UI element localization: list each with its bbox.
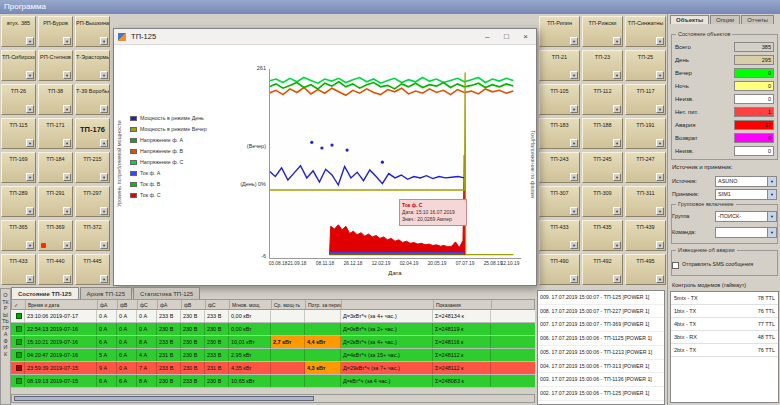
table-row[interactable]: 23:59:39 2019-07-159 А0 А7 А233 В230 В23… bbox=[11, 362, 535, 375]
grid-cell-ТП-492[interactable]: ТП-492▼ bbox=[582, 254, 623, 285]
chevron-down-icon[interactable]: ▼ bbox=[656, 207, 664, 215]
grid-cell-ТП-435[interactable]: ТП-435▼ bbox=[582, 220, 623, 251]
grid-cell-ТП-Рижски[interactable]: ТП-Рижски▼ bbox=[582, 16, 623, 47]
command-dropdown[interactable]: ▼ bbox=[715, 227, 777, 238]
chevron-down-icon[interactable]: ▼ bbox=[26, 275, 34, 283]
grid-cell-ТП-21[interactable]: ТП-21▼ bbox=[539, 50, 580, 81]
column-header-period[interactable] bbox=[342, 300, 434, 309]
table-row[interactable]: 23:10:06 2019-07-170 А0 А0 А233 В230 В23… bbox=[11, 310, 535, 323]
table-row[interactable]: 04:20:47 2019-07-165 А0 А4 А231 В230 В23… bbox=[11, 349, 535, 362]
sms-checkbox[interactable] bbox=[672, 262, 679, 269]
log-entry[interactable]: 004. 17.07.2019 15:00:06 - ТП-313 [POWER… bbox=[538, 360, 664, 374]
log-entry[interactable]: 007. 17.07.2019 15:00:07 - ТП-369 [POWER… bbox=[538, 318, 664, 332]
chevron-down-icon[interactable]: ▼ bbox=[26, 241, 34, 249]
group-dropdown[interactable]: -ПОИСК- ▼ bbox=[715, 211, 777, 222]
column-header-time[interactable]: Время и дата bbox=[26, 300, 98, 309]
grid-cell-ТП-171[interactable]: ТП-171▼ bbox=[38, 118, 73, 149]
chevron-down-icon[interactable]: ▼ bbox=[26, 207, 34, 215]
column-header-uB[interactable]: фВ bbox=[182, 300, 206, 309]
chart-window-titlebar[interactable]: ТП-125 – □ × bbox=[114, 29, 536, 45]
chevron-down-icon[interactable]: ▼ bbox=[100, 105, 108, 113]
tab-Архив ТП-125[interactable]: Архив ТП-125 bbox=[80, 287, 132, 299]
chevron-down-icon[interactable]: ▼ bbox=[656, 37, 664, 45]
grid-cell-ТП-495[interactable]: ТП-495▼ bbox=[625, 254, 666, 285]
grid-cell-ТП-215[interactable]: ТП-215▼ bbox=[75, 152, 110, 183]
tab-Состояние ТП-125[interactable]: Состояние ТП-125 bbox=[11, 287, 79, 299]
table-row[interactable]: 15:10:21 2019-07-166 А0 А8 А233 В230 В23… bbox=[11, 336, 535, 349]
grid-cell-ТП-169[interactable]: ТП-169▼ bbox=[1, 152, 36, 183]
chevron-down-icon[interactable]: ▼ bbox=[767, 177, 776, 186]
open-graph-vertical-button[interactable]: ОТКРЫТЬ ГРАФИК bbox=[0, 288, 11, 405]
grid-cell-ТП-183[interactable]: ТП-183▼ bbox=[539, 118, 580, 149]
chevron-down-icon[interactable]: ▼ bbox=[100, 275, 108, 283]
chevron-down-icon[interactable]: ▼ bbox=[656, 139, 664, 147]
table-row[interactable]: 22:54:13 2019-07-160 А0 А0 А230 В230 В23… bbox=[11, 323, 535, 336]
column-header-uC[interactable]: фС bbox=[206, 300, 230, 309]
chevron-down-icon[interactable]: ▼ bbox=[100, 139, 108, 147]
chevron-down-icon[interactable]: ▼ bbox=[26, 139, 34, 147]
grid-cell-ТП-Рипин[interactable]: ТП-Рипин▼ bbox=[539, 16, 580, 47]
chevron-down-icon[interactable]: ▼ bbox=[63, 275, 71, 283]
grid-cell-РП-Буров[interactable]: РП-Буров▼ bbox=[38, 16, 73, 47]
chevron-down-icon[interactable]: ▼ bbox=[570, 71, 578, 79]
grid-cell-ТП-243[interactable]: ТП-243▼ bbox=[539, 152, 580, 183]
sidebar-tab-Опции[interactable]: Опции bbox=[710, 15, 740, 24]
chevron-down-icon[interactable]: ▼ bbox=[570, 173, 578, 181]
chart-plot[interactable] bbox=[269, 69, 521, 259]
chevron-down-icon[interactable]: ▼ bbox=[656, 71, 664, 79]
grid-cell-ТП-372[interactable]: ТП-372▼ bbox=[75, 220, 110, 251]
chevron-down-icon[interactable]: ▼ bbox=[656, 275, 664, 283]
chevron-down-icon[interactable]: ▼ bbox=[767, 190, 776, 199]
chevron-down-icon[interactable]: ▼ bbox=[26, 71, 34, 79]
grid-cell-ТП-23[interactable]: ТП-23▼ bbox=[582, 50, 623, 81]
chevron-down-icon[interactable]: ▼ bbox=[26, 105, 34, 113]
modem-row[interactable]: 2btx - TX76 TTL bbox=[671, 344, 778, 357]
close-button[interactable]: × bbox=[517, 29, 534, 44]
column-header-icon[interactable]: ✓ bbox=[12, 300, 26, 309]
grid-cell-ТП-365[interactable]: ТП-365▼ bbox=[1, 220, 36, 251]
chevron-down-icon[interactable]: ▼ bbox=[613, 37, 621, 45]
receiver-dropdown[interactable]: SIM1 ▼ bbox=[715, 189, 777, 200]
chevron-down-icon[interactable]: ▼ bbox=[63, 241, 71, 249]
chevron-down-icon[interactable]: ▼ bbox=[26, 37, 34, 45]
log-entry[interactable]: 001. 17.07.2019 15:00:05 - ТП-817 [POWER… bbox=[538, 401, 664, 405]
column-header-avg[interactable]: Ср. мощ-ть bbox=[272, 300, 306, 309]
column-header-iA[interactable]: фА bbox=[98, 300, 118, 309]
chevron-down-icon[interactable]: ▼ bbox=[63, 37, 71, 45]
grid-cell-ТП-115[interactable]: ТП-115▼ bbox=[1, 118, 36, 149]
chevron-down-icon[interactable]: ▼ bbox=[570, 275, 578, 283]
chevron-down-icon[interactable]: ▼ bbox=[100, 207, 108, 215]
horizontal-scrollbar[interactable] bbox=[11, 394, 535, 403]
grid-cell-Т-Эрастормы[interactable]: Т-Эрастормы▼ bbox=[75, 50, 110, 81]
grid-cell-Т-39 Воробьев[interactable]: Т-39 Воробьев▼ bbox=[75, 84, 110, 115]
maximize-button[interactable]: □ bbox=[498, 29, 515, 44]
grid-cell-ТП-184[interactable]: ТП-184▼ bbox=[38, 152, 73, 183]
grid-cell-РП-Степнов[interactable]: РП-Степнов▼ bbox=[38, 50, 73, 81]
chevron-down-icon[interactable]: ▼ bbox=[656, 173, 664, 181]
column-header-per[interactable]: Потр. за период bbox=[306, 300, 342, 309]
column-header-uA[interactable]: фА bbox=[158, 300, 182, 309]
modem-row[interactable]: 5mtx - TX78 TTL bbox=[671, 292, 778, 305]
chevron-down-icon[interactable]: ▼ bbox=[570, 37, 578, 45]
log-entry[interactable]: 006. 17.07.2019 15:00:06 - ТП-1125 [POWE… bbox=[538, 332, 664, 346]
grid-cell-ТП-289[interactable]: ТП-289▼ bbox=[1, 186, 36, 217]
chevron-down-icon[interactable]: ▼ bbox=[613, 275, 621, 283]
chevron-down-icon[interactable]: ▼ bbox=[656, 105, 664, 113]
chevron-down-icon[interactable]: ▼ bbox=[100, 241, 108, 249]
grid-cell-ТП-291[interactable]: ТП-291▼ bbox=[38, 186, 73, 217]
sidebar-tab-Объекты[interactable]: Объекты bbox=[670, 15, 709, 24]
modem-row[interactable]: 4btx - TX77 TTL bbox=[671, 318, 778, 331]
chevron-down-icon[interactable]: ▼ bbox=[100, 71, 108, 79]
grid-cell-ТП-26[interactable]: ТП-26▼ bbox=[1, 84, 36, 115]
chevron-down-icon[interactable]: ▼ bbox=[63, 207, 71, 215]
grid-cell-втух. 385[interactable]: втух. 385▼ bbox=[1, 16, 36, 47]
grid-cell-ТП-297[interactable]: ТП-297▼ bbox=[75, 186, 110, 217]
log-entry[interactable]: 008. 17.07.2019 15:00:07 - ТП-227 [POWER… bbox=[538, 305, 664, 319]
grid-cell-ТП-117[interactable]: ТП-117▼ bbox=[625, 84, 666, 115]
table-row[interactable]: 08:19:13 2019-07-156 А6 А8 А230 В233 В23… bbox=[11, 375, 535, 388]
source-dropdown[interactable]: ASUNO ▼ bbox=[715, 176, 777, 187]
chevron-down-icon[interactable]: ▼ bbox=[100, 173, 108, 181]
column-header-total[interactable]: Показания bbox=[434, 300, 492, 309]
column-header-p[interactable]: Мгнов. мощ bbox=[230, 300, 272, 309]
chevron-down-icon[interactable]: ▼ bbox=[613, 139, 621, 147]
